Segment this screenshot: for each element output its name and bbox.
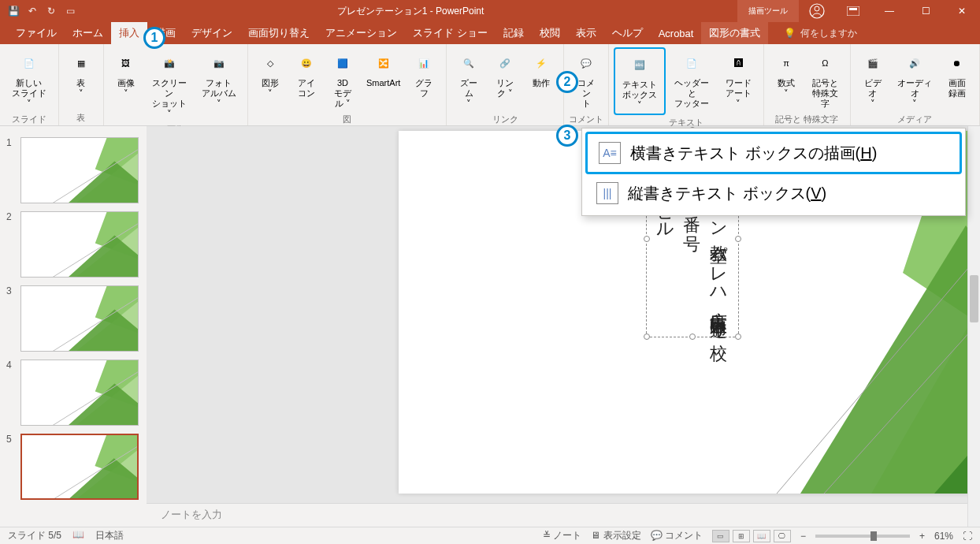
ribbon-group-label: コメント (569, 112, 603, 127)
comments-toggle[interactable]: 💬 コメント (651, 529, 703, 542)
title-bar: 💾 ↶ ↻ ▭ プレゼンテーション1 - PowerPoint 描画ツール — … (0, 0, 980, 22)
ribbon-icon: 🅰 (726, 50, 751, 76)
slide-thumbnail[interactable] (20, 137, 139, 203)
tab-animations[interactable]: アニメーション (317, 22, 405, 44)
ribbon-button[interactable]: 📷フォト アルバム ˅ (195, 47, 243, 122)
tab-insert[interactable]: 挿入 (111, 22, 147, 44)
ribbon-button[interactable]: ▦表 ˅ (64, 47, 98, 110)
ribbon-icon: 📷 (206, 50, 232, 76)
ribbon-button-label: リン ク ˅ (496, 78, 514, 99)
spellcheck-icon[interactable]: 📖 (72, 529, 84, 542)
ribbon-button[interactable]: 🖼画像 ˅ (109, 47, 143, 122)
resize-handle-w[interactable] (644, 236, 650, 242)
ribbon-button[interactable]: 🔗リン ク ˅ (488, 47, 522, 112)
slide-thumbnail[interactable] (20, 360, 139, 426)
menu-vertical-text-box[interactable]: ||| 縦書きテキスト ボックス(V) (585, 174, 962, 212)
tab-record[interactable]: 記録 (496, 22, 532, 44)
reading-view-icon[interactable]: 📖 (753, 530, 770, 542)
fit-to-window-icon[interactable]: ⛶ (963, 531, 972, 542)
ribbon-icon: 🔗 (492, 50, 518, 76)
tell-me-search[interactable]: 💡 何をしますか (784, 27, 857, 40)
slideshow-view-icon[interactable]: 🖵 (774, 530, 791, 542)
ribbon-button-label: 記号と 特殊文字 (810, 78, 841, 109)
ribbon-group: 📄新しい スライド ˅スライド (0, 44, 59, 125)
ribbon-button[interactable]: π数式 ˅ (769, 47, 804, 112)
ribbon-button[interactable]: 🔍ズーム ˅ (451, 47, 486, 112)
ribbon-button[interactable]: 🔊オーディオ ˅ (892, 47, 938, 112)
tab-help[interactable]: ヘルプ (604, 22, 651, 44)
tell-me-label: 何をしますか (800, 27, 857, 40)
start-from-beginning-icon[interactable]: ▭ (63, 4, 77, 18)
minimize-icon[interactable]: — (871, 0, 908, 22)
menu-horizontal-text-box[interactable]: A≡ 横書きテキスト ボックスの描画(H) (585, 132, 962, 174)
ribbon-button-label: オーディオ ˅ (896, 78, 934, 109)
ribbon-button[interactable]: 🎬ビデオ ˅ (856, 47, 890, 112)
thumbnail-row: 2 (6, 211, 140, 278)
close-icon[interactable]: ✕ (944, 0, 980, 22)
tab-view[interactable]: 表示 (568, 22, 604, 44)
ribbon-button[interactable]: 🅰ワード アート ˅ (718, 47, 759, 115)
vertical-scrollbar[interactable] (967, 126, 980, 527)
ribbon-button[interactable]: ⏺画面 録画 (940, 47, 974, 112)
redo-icon[interactable]: ↻ (44, 4, 58, 18)
undo-icon[interactable]: ↶ (25, 4, 39, 18)
tab-file[interactable]: ファイル (8, 22, 65, 44)
slide-sorter-icon[interactable]: ⊞ (733, 530, 750, 542)
ribbon-button-label: 画像 ˅ (117, 78, 135, 99)
ribbon-group: 🔤テキスト ボックス ˅📄ヘッダーと フッター🅰ワード アート ˅テキスト (609, 44, 764, 125)
ribbon-button-label: 新しい スライド ˅ (9, 78, 49, 109)
resize-handle-sw[interactable] (644, 333, 650, 340)
notes-toggle[interactable]: ≚ ノート (543, 529, 581, 542)
ribbon-group-label: 記号と 特殊文字 (769, 112, 845, 127)
zoom-slider[interactable] (815, 535, 910, 538)
svg-point-1 (815, 6, 819, 11)
resize-handle-s[interactable] (689, 333, 696, 340)
zoom-level[interactable]: 61% (934, 531, 953, 542)
resize-handle-se[interactable] (735, 333, 741, 340)
tab-design[interactable]: デザイン (184, 22, 240, 44)
svg-rect-2 (847, 6, 859, 16)
slide-thumbnails: 12345 (0, 126, 147, 527)
zoom-out-icon[interactable]: − (800, 531, 806, 542)
save-icon[interactable]: 💾 (6, 4, 20, 18)
tab-shape-format[interactable]: 図形の書式 (701, 22, 768, 44)
ribbon-button[interactable]: 📄ヘッダーと フッター (667, 47, 717, 115)
slide-thumbnail[interactable] (20, 285, 139, 352)
tab-transitions[interactable]: 画面切り替え (240, 22, 317, 44)
tab-acrobat[interactable]: Acrobat (651, 22, 702, 44)
ribbon-button[interactable]: 📄新しい スライド ˅ (5, 47, 54, 112)
ribbon-button[interactable]: 🔤テキスト ボックス ˅ (614, 47, 665, 115)
ribbon-button[interactable]: 😀アイ コン (289, 47, 324, 112)
resize-handle-e[interactable] (735, 236, 741, 242)
normal-view-icon[interactable]: ▭ (712, 530, 729, 542)
ribbon-group: 🖼画像 ˅📸スクリーン ショット ˅📷フォト アルバム ˅画像 (104, 44, 248, 125)
zoom-in-icon[interactable]: + (919, 531, 925, 542)
ribbon-button-label: 画面 録画 (948, 78, 966, 99)
tab-review[interactable]: 校閲 (532, 22, 568, 44)
ribbon-button[interactable]: 📊グラフ (406, 47, 441, 112)
thumbnail-number: 2 (6, 211, 16, 222)
status-language[interactable]: 日本語 (95, 529, 124, 542)
account-icon[interactable] (799, 0, 835, 22)
ribbon-button[interactable]: 🟦3D モデル ˅ (325, 47, 360, 112)
ribbon-icon: 🟦 (330, 50, 355, 76)
ribbon-button-label: テキスト ボックス ˅ (620, 80, 659, 110)
notes-pane[interactable]: ノートを入力 (147, 503, 980, 527)
ribbon-button[interactable]: 📸スクリーン ショット ˅ (145, 47, 194, 122)
ribbon-display-icon[interactable] (835, 0, 871, 22)
ribbon-button[interactable]: 🔀SmartArt (362, 47, 405, 112)
slide-thumbnail[interactable] (20, 211, 139, 278)
ribbon-button-label: 3D モデル ˅ (330, 78, 355, 109)
maximize-icon[interactable]: ☐ (908, 0, 944, 22)
status-slide-number[interactable]: スライド 5/5 (8, 529, 61, 542)
ribbon-button[interactable]: ◇図形 ˅ (253, 47, 288, 112)
slide-thumbnail[interactable] (20, 434, 139, 500)
ribbon-icon: 🔍 (456, 50, 481, 76)
tab-home[interactable]: ホーム (65, 22, 111, 44)
tab-slideshow[interactable]: スライド ショー (405, 22, 496, 44)
display-settings[interactable]: 🖥 表示設定 (591, 529, 640, 542)
ribbon-icon: ▦ (69, 50, 94, 76)
view-buttons: ▭ ⊞ 📖 🖵 (712, 530, 791, 542)
ribbon-button[interactable]: ⚡動作 (524, 47, 559, 112)
ribbon-button[interactable]: Ω記号と 特殊文字 (805, 47, 845, 112)
